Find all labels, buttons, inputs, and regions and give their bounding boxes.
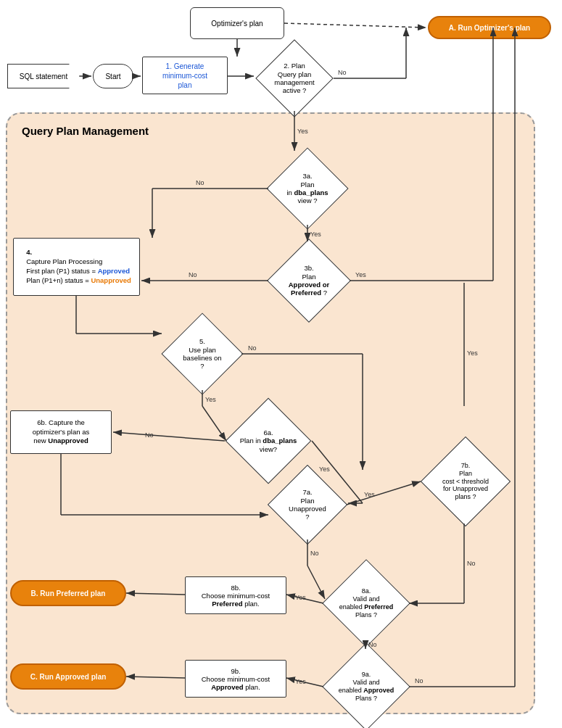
sql-statement: SQL statement: [7, 64, 80, 88]
diamond-7a: 7a.PlanUnapproved?: [268, 470, 347, 539]
svg-text:No: No: [338, 69, 347, 76]
box-1: 1. Generate minimum-cost plan: [142, 57, 228, 94]
diamond-9a: 9a.Valid andenabled ApprovedPlans ?: [323, 649, 409, 724]
start-pill: Start: [93, 64, 133, 88]
diamond-6a: 6a.Plan in dba_plansview?: [225, 406, 312, 476]
diamond-5: 5.Use planbaselines on?: [163, 318, 241, 390]
diamond-3a: 3a.Planin dba_plansview ?: [268, 152, 347, 225]
node-b: B. Run Preferred plan: [10, 580, 126, 606]
box-9b: 9b. Choose minimum-cost Approved plan.: [185, 660, 286, 698]
qpm-title: Query Plan Management: [22, 122, 189, 139]
node-c: C. Run Approved plan: [10, 663, 126, 690]
box-6b: 6b. Capture the optimizer's plan as new …: [10, 410, 112, 454]
diamond-7b: 7b.Plancost < thresholdfor Unapprovedpla…: [422, 439, 509, 524]
box-8b: 8b. Choose minimum-cost Preferred plan.: [185, 576, 286, 614]
diamond-3b: 3b.PlanApproved orPreferred ?: [268, 243, 350, 318]
optimizers-plan-box: Optimizer's plan: [190, 7, 284, 39]
node-a: A. Run Optimizer's plan: [428, 16, 551, 39]
diamond-8a: 8a.Valid andenabled PreferredPlans ?: [323, 566, 409, 641]
svg-line-5: [284, 23, 426, 28]
box-4: 4. Capture Plan Processing First plan (P…: [13, 238, 140, 296]
diagram-container: Query Plan Management Optimizer's plan A…: [0, 0, 562, 728]
diamond-2: 2. PlanQuery planmanagementactive ?: [255, 46, 334, 111]
